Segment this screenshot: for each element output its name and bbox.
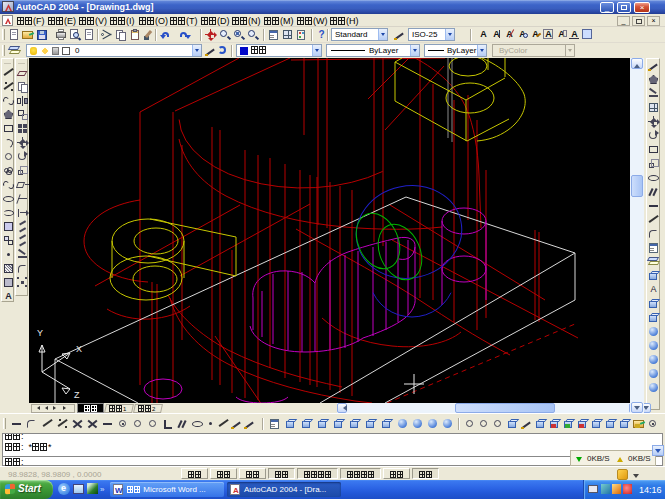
svg-text:X: X [76,344,82,354]
svg-text:Y: Y [37,328,43,338]
svg-text:Z: Z [74,390,80,400]
